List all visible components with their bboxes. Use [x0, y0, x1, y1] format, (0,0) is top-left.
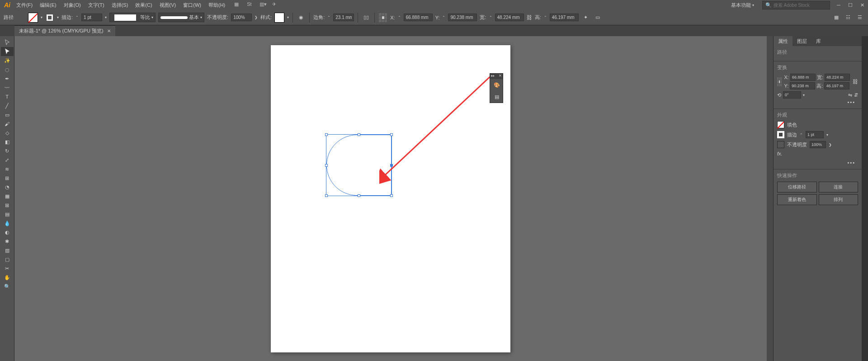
appearance-more-icon[interactable]: •••	[777, 159, 858, 166]
hand-tool[interactable]: ✋	[1, 273, 14, 282]
fx-label[interactable]: fx.	[777, 151, 783, 156]
artboard[interactable]: ▸▸✕ 🎨 ▤	[271, 45, 510, 352]
menu-type[interactable]: 文字(T)	[85, 0, 108, 10]
line-tool[interactable]: ╱	[1, 101, 14, 110]
stock-icon[interactable]: St	[247, 1, 254, 9]
panel-h-input[interactable]	[824, 82, 849, 89]
close-window-button[interactable]: ✕	[858, 2, 866, 8]
handle-bm[interactable]	[358, 194, 360, 197]
transform-more-icon[interactable]: •••	[777, 98, 858, 106]
bridge-icon[interactable]: ▦	[234, 1, 241, 9]
menu-window[interactable]: 窗口(W)	[179, 0, 205, 10]
selected-path[interactable]	[326, 134, 392, 196]
opacity-input[interactable]	[231, 14, 252, 21]
lasso-tool[interactable]: ◌	[1, 65, 14, 74]
menu-view[interactable]: 视图(V)	[156, 0, 180, 10]
panel-opacity-dropdown[interactable]: ❯	[829, 143, 832, 147]
w-stepper[interactable]: ⌃	[489, 15, 492, 19]
panel-y-input[interactable]	[790, 82, 815, 89]
y-stepper[interactable]: ⌃	[442, 15, 445, 19]
stroke-swatch-dropdown[interactable]: ▾	[57, 15, 59, 19]
type-tool[interactable]: T	[1, 92, 14, 101]
handle-bl[interactable]	[325, 194, 328, 197]
handle-tm[interactable]	[358, 133, 360, 136]
symbol-sprayer-tool[interactable]: ✱	[1, 237, 14, 246]
canvas[interactable]: ▸▸✕ 🎨 ▤	[14, 36, 767, 361]
flip-vertical-icon[interactable]: ⇵	[854, 92, 858, 98]
handle-tr[interactable]	[390, 133, 393, 136]
fill-swatch[interactable]	[28, 13, 38, 23]
tab-close-icon[interactable]: ✕	[107, 28, 111, 33]
corner-radius-input[interactable]	[333, 14, 354, 21]
brush-definition[interactable]: 基本 ▾	[158, 13, 204, 22]
menu-help[interactable]: 帮助(H)	[205, 0, 229, 10]
search-input[interactable]	[774, 3, 827, 8]
graphic-style-swatch[interactable]	[274, 13, 284, 23]
panel-fill-swatch[interactable]	[777, 121, 784, 128]
join-button[interactable]: 连接	[819, 182, 859, 192]
maximize-button[interactable]: ☐	[846, 2, 854, 8]
tab-libraries[interactable]: 库	[811, 36, 826, 46]
direct-selection-tool[interactable]	[1, 47, 14, 56]
rotate-dropdown[interactable]: ▾	[803, 93, 805, 97]
panel-opacity-swatch[interactable]	[777, 141, 784, 148]
tab-layers[interactable]: 图层	[793, 36, 811, 46]
scale-tool[interactable]: ⤢	[1, 155, 14, 164]
fill-swatch-dropdown[interactable]: ▾	[41, 15, 42, 19]
slice-tool[interactable]: ✂	[1, 264, 14, 273]
rotate-input[interactable]	[783, 91, 801, 98]
stroke-weight-dropdown[interactable]: ▾	[105, 15, 107, 19]
y-input[interactable]	[448, 14, 477, 21]
pen-tool[interactable]: ✒	[1, 74, 14, 83]
free-transform-tool[interactable]: ⊞	[1, 173, 14, 183]
h-input[interactable]	[550, 14, 579, 21]
isolate-icon[interactable]: ▦	[832, 13, 841, 22]
panel-stroke-dropdown[interactable]: ▾	[826, 133, 828, 137]
anchor-point[interactable]	[391, 164, 393, 167]
constrain-proportions-icon[interactable]: ⛓	[527, 14, 532, 21]
blend-tool[interactable]: ◐	[1, 228, 14, 237]
recolor-artwork-icon[interactable]: ◉	[297, 13, 306, 22]
stroke-weight-down[interactable]: ⌃	[75, 15, 79, 19]
rotate-tool[interactable]: ↻	[1, 146, 14, 155]
panel-stroke-swatch[interactable]	[777, 131, 784, 138]
vertical-scrollbar[interactable]	[767, 36, 773, 361]
arrange-documents-icon[interactable]: ▥▾	[259, 1, 267, 9]
close-icon[interactable]: ✕	[499, 74, 502, 79]
reference-point-icon[interactable]	[378, 13, 387, 22]
column-graph-tool[interactable]: ▥	[1, 246, 14, 255]
style-dropdown[interactable]: ▾	[287, 15, 289, 19]
eyedropper-tool[interactable]: 💧	[1, 219, 14, 228]
transform-icon[interactable]: ▭	[593, 13, 602, 22]
edit-icon[interactable]: ☷	[844, 13, 853, 22]
panel-reference-point[interactable]	[777, 77, 782, 86]
gradient-tool[interactable]: ▤	[1, 210, 14, 219]
menu-select[interactable]: 选择(S)	[108, 0, 132, 10]
panel-stroke-stepper[interactable]: ⌃	[800, 133, 803, 137]
panel-opacity-input[interactable]	[810, 141, 826, 148]
adobe-stock-search[interactable]: 🔍	[762, 1, 830, 9]
opacity-dropdown[interactable]: ❯	[255, 15, 258, 19]
h-stepper[interactable]: ⌃	[544, 15, 547, 19]
collapse-icon[interactable]: ▸▸	[491, 74, 495, 79]
curvature-tool[interactable]: 〰	[1, 83, 14, 92]
properties-panel-icon[interactable]: ▤	[490, 91, 504, 103]
rectangle-tool[interactable]: ▭	[1, 110, 14, 119]
align-icon[interactable]: ▯▯	[362, 13, 371, 22]
color-panel-icon[interactable]: 🎨	[490, 79, 504, 91]
eraser-tool[interactable]: ◧	[1, 137, 14, 146]
x-stepper[interactable]: ⌃	[398, 15, 401, 19]
tab-properties[interactable]: 属性	[774, 36, 793, 46]
document-tab[interactable]: 未标题-1* @ 126% (CMYK/GPU 预览) ✕	[14, 25, 115, 36]
perspective-grid-tool[interactable]: ▦	[1, 192, 14, 201]
flip-horizontal-icon[interactable]: ⇋	[848, 92, 852, 98]
shape-builder-tool[interactable]: ◔	[1, 183, 14, 192]
zoom-tool[interactable]: 🔍	[1, 282, 14, 291]
handle-tl[interactable]	[325, 133, 328, 136]
selection-tool[interactable]	[1, 38, 14, 47]
corner-stepper[interactable]: ⌃	[327, 15, 330, 19]
artboard-tool[interactable]: ▢	[1, 255, 14, 264]
options-icon[interactable]: ☰	[855, 13, 864, 22]
offset-path-button[interactable]: 位移路径	[777, 182, 817, 192]
gpu-icon[interactable]: ✈	[272, 1, 279, 9]
